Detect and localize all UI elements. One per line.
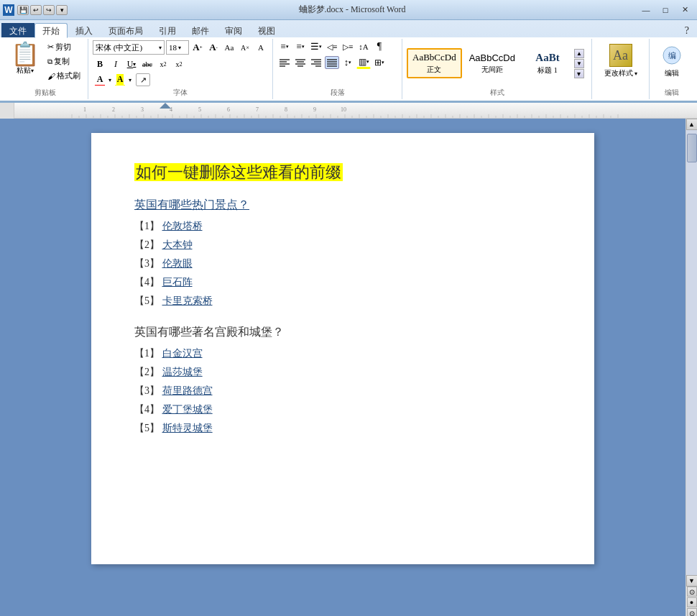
styles-scroll-down[interactable]: ▼ <box>574 59 584 68</box>
text-color-btn[interactable]: A <box>93 73 107 86</box>
tab-insert[interactable]: 插入 <box>68 23 101 37</box>
increase-indent-btn[interactable]: ▷≡ <box>341 40 355 53</box>
item-link[interactable]: 卡里克索桥 <box>162 295 213 306</box>
tab-file[interactable]: 文件 <box>1 23 34 37</box>
superscript-btn[interactable]: x2 <box>172 58 186 70</box>
bullets-btn[interactable]: ≡▾ <box>277 40 292 53</box>
style-nospace-label: 无间距 <box>469 65 515 75</box>
copy-icon: ⧉ <box>47 58 52 66</box>
font-name-selector[interactable]: 宋体 (中文正) ▾ <box>93 40 165 55</box>
next-page-btn[interactable]: ⊙ <box>687 608 697 616</box>
item-link[interactable]: 爱丁堡城堡 <box>162 404 213 415</box>
item-link[interactable]: 大本钟 <box>162 239 193 250</box>
title-bar: W 💾 ↩ ↪ ▾ 蛐影梦.docx - Microsoft Word — □ … <box>0 0 697 20</box>
bold-btn[interactable]: B <box>93 58 107 70</box>
paste-icon: 📋 <box>11 42 40 65</box>
item-link[interactable]: 巨石阵 <box>162 277 193 288</box>
multilevel-list-btn[interactable]: ☰▾ <box>309 40 323 53</box>
font-dialog-btn[interactable]: ↗ <box>136 73 150 86</box>
item-link[interactable]: 伦敦塔桥 <box>162 221 203 231</box>
list-item: 【3】 伦敦眼 <box>134 257 551 270</box>
paste-button[interactable]: 📋 粘贴 ▾ <box>7 40 43 78</box>
highlight-color-btn[interactable]: A <box>113 73 127 86</box>
paragraph-group-content: ≡▾ ≡▾ ☰▾ ◁≡ ▷≡ ↕A ¶ <box>277 40 397 86</box>
customize-quick-btn[interactable]: ▾ <box>56 5 68 15</box>
edit-button[interactable]: 编 编辑 <box>654 40 690 82</box>
item-link[interactable]: 温莎城堡 <box>162 367 203 377</box>
select-browse-btn[interactable]: ● <box>687 597 697 607</box>
styles-scroll-up[interactable]: ▲ <box>574 49 584 58</box>
style-heading1[interactable]: AaBt 标题 1 <box>522 48 573 79</box>
ruler-svg: 1 2 3 4 5 6 7 8 9 10 <box>14 103 697 118</box>
svg-text:6: 6 <box>227 106 230 113</box>
style-normal[interactable]: AaBbCcDd 正文 <box>407 48 462 78</box>
align-right-btn[interactable] <box>309 56 323 69</box>
subscript-btn[interactable]: x2 <box>156 58 170 70</box>
justify-btn[interactable] <box>325 56 339 69</box>
minimize-button[interactable]: — <box>637 4 655 17</box>
increase-font-btn[interactable]: A+ <box>190 41 205 54</box>
tab-references[interactable]: 引用 <box>151 23 184 37</box>
align-center-btn[interactable] <box>293 56 308 69</box>
change-case-btn[interactable]: Aa <box>222 41 236 54</box>
align-left-btn[interactable] <box>277 56 292 69</box>
scroll-up-btn[interactable]: ▲ <box>686 119 698 130</box>
ribbon-tabs: 文件 开始 插入 页面布局 引用 邮件 审阅 视图 ? <box>0 20 697 37</box>
change-styles-button[interactable]: Aa 更改样式 ▾ <box>598 40 644 82</box>
paragraph-group: ≡▾ ≡▾ ☰▾ ◁≡ ▷≡ ↕A ¶ <box>273 39 402 99</box>
copy-button[interactable]: ⧉ 复制 <box>45 55 83 68</box>
tab-home[interactable]: 开始 <box>34 23 68 38</box>
edit-label: 编辑 <box>665 68 679 78</box>
prev-page-btn[interactable]: ⊙ <box>687 587 697 597</box>
italic-btn[interactable]: I <box>109 58 123 70</box>
decrease-indent-btn[interactable]: ◁≡ <box>325 40 339 53</box>
item-link[interactable]: 白金汉宫 <box>162 348 203 359</box>
style-no-space[interactable]: AaBbCcDd 无间距 <box>463 49 521 78</box>
format-painter-button[interactable]: 🖌 格式刷 <box>45 69 83 83</box>
decrease-font-btn[interactable]: A- <box>206 41 221 54</box>
svg-rect-18 <box>14 103 697 118</box>
sort-btn[interactable]: ↕A <box>356 40 371 53</box>
document-area: 如何一键删除这些难看的前缀 英国有哪些热门景点？ 【1】 伦敦塔桥 【2】 大本… <box>0 119 686 616</box>
list-item: 【5】 卡里克索桥 <box>134 295 551 308</box>
ribbon-content: 📋 粘贴 ▾ ✂ 剪切 ⧉ 复制 🖌 格式刷 <box>0 37 697 102</box>
svg-text:7: 7 <box>256 106 259 113</box>
show-para-marks-btn[interactable]: ¶ <box>372 40 387 53</box>
font-size-selector[interactable]: 18 ▾ <box>166 40 189 55</box>
tab-view[interactable]: 视图 <box>250 23 283 37</box>
underline-btn[interactable]: U▾ <box>124 58 139 70</box>
restore-button[interactable]: □ <box>656 4 675 17</box>
item-link[interactable]: 斯特灵城堡 <box>162 423 213 433</box>
shading-btn[interactable]: ▥▾ <box>356 56 371 69</box>
help-button[interactable]: ? <box>677 23 697 37</box>
item-link[interactable]: 伦敦眼 <box>162 258 193 269</box>
save-quick-btn[interactable]: 💾 <box>17 5 29 15</box>
text-effects-btn[interactable]: A <box>254 41 268 54</box>
strikethrough-btn[interactable]: abc <box>140 58 154 70</box>
scrollbar-thumb[interactable] <box>687 134 697 162</box>
borders-btn[interactable]: ⊞▾ <box>372 56 387 69</box>
scroll-down-btn[interactable]: ▼ <box>686 575 698 587</box>
tab-mailings[interactable]: 邮件 <box>184 23 217 37</box>
tab-review[interactable]: 审阅 <box>217 23 250 37</box>
highlight-dropdown[interactable]: ▾ <box>129 77 131 83</box>
undo-quick-btn[interactable]: ↩ <box>30 5 42 15</box>
text-color-dropdown[interactable]: ▾ <box>109 77 111 83</box>
redo-quick-btn[interactable]: ↪ <box>43 5 55 15</box>
cut-icon: ✂ <box>47 42 54 52</box>
line-spacing-btn[interactable]: ↕▾ <box>341 56 355 69</box>
numbering-btn[interactable]: ≡▾ <box>293 40 308 53</box>
tab-pagelayout[interactable]: 页面布局 <box>101 23 151 37</box>
document-page[interactable]: 如何一键删除这些难看的前缀 英国有哪些热门景点？ 【1】 伦敦塔桥 【2】 大本… <box>91 133 594 564</box>
cut-button[interactable]: ✂ 剪切 <box>45 40 83 54</box>
list-item: 【3】 荷里路德宫 <box>134 385 551 397</box>
item-link[interactable]: 荷里路德宫 <box>162 385 213 396</box>
styles-more[interactable]: ▾ <box>574 69 584 78</box>
scrollbar-track[interactable] <box>686 130 697 575</box>
font-group-label: 字体 <box>93 88 268 98</box>
paste-label: 粘贴 ▾ <box>17 65 34 75</box>
clear-format-btn[interactable]: A× <box>238 41 252 54</box>
section2-heading: 英国有哪些著名宫殿和城堡？ <box>134 325 551 340</box>
font-row3: A ▾ A ▾ ↗ <box>93 73 150 86</box>
close-button[interactable]: ✕ <box>675 4 694 17</box>
